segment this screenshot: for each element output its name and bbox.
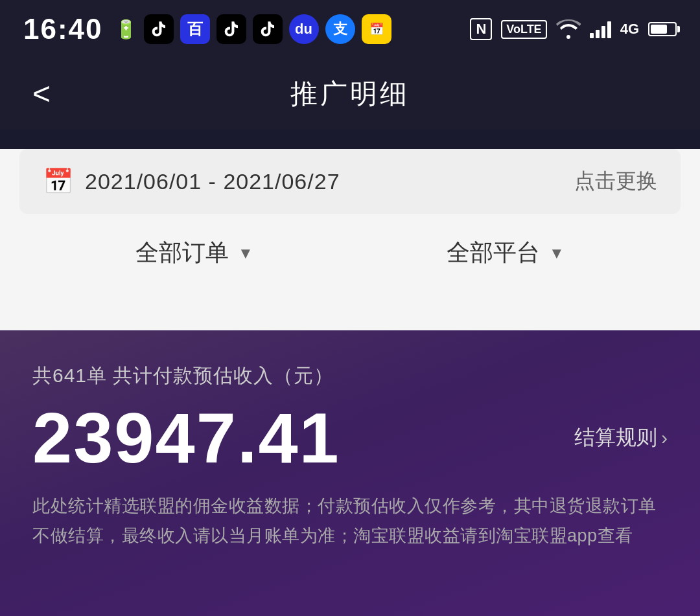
battery-icon bbox=[648, 22, 677, 36]
stats-subtitle: 共641单 共计付款预估收入（元） bbox=[32, 363, 668, 389]
status-bar: 16:40 🔋 百 du 支 📅 N VoLTE bbox=[0, 0, 700, 58]
order-filter-button[interactable]: 全部订单 ▼ bbox=[135, 237, 253, 269]
order-filter-label: 全部订单 bbox=[135, 237, 229, 269]
platform-filter-label: 全部平台 bbox=[447, 237, 540, 269]
platform-filter-button[interactable]: 全部平台 ▼ bbox=[447, 237, 565, 269]
change-date-button[interactable]: 点击更换 bbox=[574, 167, 657, 196]
page-title: 推广明细 bbox=[290, 76, 410, 112]
date-range-text: 2021/06/01 - 2021/06/27 bbox=[85, 169, 340, 194]
alipay-icon: 支 bbox=[325, 14, 355, 44]
stats-section: 共641单 共计付款预估收入（元） 23947.41 结算规则 › 此处统计精选… bbox=[0, 330, 700, 616]
settlement-link-label: 结算规则 bbox=[574, 424, 657, 452]
4g-label: 4G bbox=[620, 21, 639, 38]
nav-bar: < 推广明细 bbox=[0, 58, 700, 130]
order-dropdown-arrow: ▼ bbox=[238, 244, 253, 262]
status-icons-left: 🔋 百 du 支 📅 bbox=[115, 14, 471, 44]
status-icons-right: N VoLTE 4G bbox=[470, 18, 677, 40]
stats-main-row: 23947.41 结算规则 › bbox=[32, 402, 668, 473]
calendar-icon: 📅 bbox=[43, 167, 73, 196]
settlement-link-button[interactable]: 结算规则 › bbox=[574, 424, 668, 452]
meituan-icon: 📅 bbox=[362, 14, 391, 44]
baidu-icon: 百 bbox=[180, 14, 210, 44]
status-time: 16:40 bbox=[23, 13, 103, 45]
chevron-right-icon: › bbox=[661, 427, 668, 449]
cell-signal-icon bbox=[590, 20, 611, 38]
date-selector[interactable]: 📅 2021/06/01 - 2021/06/27 点击更换 bbox=[19, 149, 681, 214]
content-area: 📅 2021/06/01 - 2021/06/27 点击更换 全部订单 ▼ 全部… bbox=[0, 149, 700, 330]
stats-note: 此处统计精选联盟的佣金收益数据；付款预估收入仅作参考，其中退货退款订单不做结算，… bbox=[32, 492, 668, 551]
wifi-icon bbox=[556, 19, 581, 39]
nfc-icon: N bbox=[470, 18, 492, 40]
battery-small-icon: 🔋 bbox=[115, 19, 137, 40]
volte-icon: VoLTE bbox=[501, 20, 546, 39]
tiktok-icon bbox=[144, 14, 174, 44]
tiktok3-icon bbox=[253, 14, 283, 44]
stats-amount: 23947.41 bbox=[32, 402, 340, 473]
back-button[interactable]: < bbox=[32, 78, 51, 109]
platform-dropdown-arrow: ▼ bbox=[549, 244, 565, 262]
baidu-du-icon: du bbox=[289, 14, 319, 44]
tiktok2-icon bbox=[216, 14, 246, 44]
filter-row: 全部订单 ▼ 全部平台 ▼ bbox=[0, 214, 700, 292]
date-left: 📅 2021/06/01 - 2021/06/27 bbox=[43, 167, 340, 196]
